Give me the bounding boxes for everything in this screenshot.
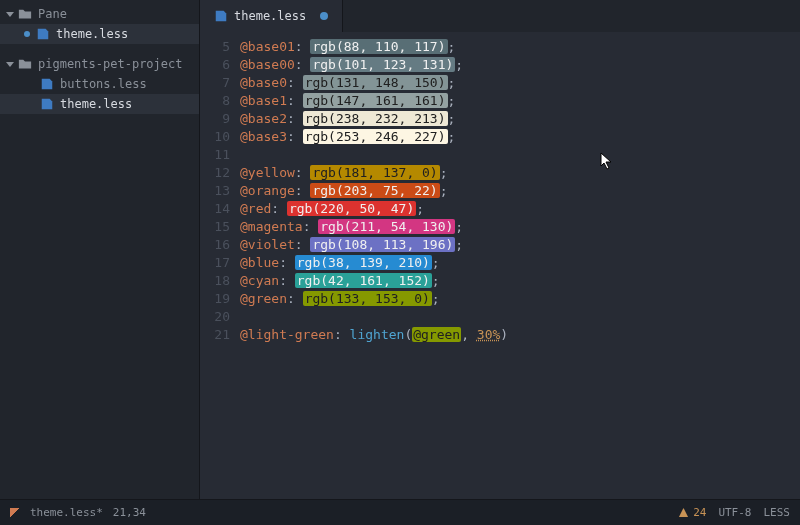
tree-view[interactable]: Pane theme.less pigments-pet-project but… [0,0,200,499]
code-line[interactable]: @cyan: rgb(42, 161, 152); [240,272,800,290]
line-number: 13 [200,182,230,200]
code-line[interactable]: @red: rgb(220, 50, 47); [240,200,800,218]
code-line[interactable]: @base0: rgb(131, 148, 150); [240,74,800,92]
code-line[interactable]: @base01: rgb(88, 110, 117); [240,38,800,56]
less-file-icon [40,97,54,111]
status-encoding[interactable]: UTF-8 [718,506,751,519]
tree-root-pane[interactable]: Pane [0,4,199,24]
chevron-down-icon [6,10,14,18]
code-line[interactable]: @base1: rgb(147, 161, 161); [240,92,800,110]
code-line[interactable]: @yellow: rgb(181, 137, 0); [240,164,800,182]
line-number: 11 [200,146,230,164]
tree-item-label: theme.less [60,97,132,111]
line-number: 7 [200,74,230,92]
status-grammar[interactable]: LESS [764,506,791,519]
line-number: 17 [200,254,230,272]
code-line[interactable]: @blue: rgb(38, 139, 210); [240,254,800,272]
less-file-icon [214,9,228,23]
tab-label: theme.less [234,9,306,23]
line-numbers-gutter: 56789101112131415161718192021 [200,38,240,499]
status-filename[interactable]: theme.less* [30,506,103,519]
line-number: 18 [200,272,230,290]
status-warnings[interactable]: 24 [678,506,706,519]
code-line[interactable]: @base3: rgb(253, 246, 227); [240,128,800,146]
code-line[interactable]: @orange: rgb(203, 75, 22); [240,182,800,200]
tree-root-label: Pane [38,7,67,21]
code-line[interactable] [240,146,800,164]
tree-item-theme-less[interactable]: theme.less [0,94,199,114]
modified-file-icon [10,508,20,518]
tree-item-buttons-less[interactable]: buttons.less [0,74,199,94]
line-number: 5 [200,38,230,56]
chevron-down-icon [6,60,14,68]
less-file-icon [36,27,50,41]
status-bar: theme.less* 21,34 24 UTF-8 LESS [0,499,800,525]
editor-area: theme.less 56789101112131415161718192021… [200,0,800,499]
line-number: 21 [200,326,230,344]
folder-icon [18,7,32,21]
line-number: 19 [200,290,230,308]
tree-item-label: pigments-pet-project [38,57,183,71]
code-line[interactable]: @green: rgb(133, 153, 0); [240,290,800,308]
line-number: 10 [200,128,230,146]
tree-project-root[interactable]: pigments-pet-project [0,54,199,74]
line-number: 15 [200,218,230,236]
code-line[interactable] [240,308,800,326]
line-number: 20 [200,308,230,326]
less-file-icon [40,77,54,91]
code-line[interactable]: @base2: rgb(238, 232, 213); [240,110,800,128]
line-number: 6 [200,56,230,74]
tab-theme-less[interactable]: theme.less [200,0,343,32]
text-editor[interactable]: 56789101112131415161718192021 @base01: r… [200,32,800,499]
line-number: 16 [200,236,230,254]
code-line[interactable]: @violet: rgb(108, 113, 196); [240,236,800,254]
status-warning-count: 24 [693,506,706,519]
line-number: 8 [200,92,230,110]
line-number: 9 [200,110,230,128]
tab-bar: theme.less [200,0,800,32]
code-line[interactable]: @base00: rgb(101, 123, 131); [240,56,800,74]
modified-dot-icon [320,12,328,20]
line-number: 14 [200,200,230,218]
code-line[interactable]: @magenta: rgb(211, 54, 130); [240,218,800,236]
line-number: 12 [200,164,230,182]
code-content[interactable]: @base01: rgb(88, 110, 117);@base00: rgb(… [240,38,800,499]
tree-item-label: buttons.less [60,77,147,91]
code-line[interactable]: @light-green: lighten(@green, 30%) [240,326,800,344]
folder-icon [18,57,32,71]
status-cursor-position[interactable]: 21,34 [113,506,146,519]
tree-item-theme-less-open[interactable]: theme.less [0,24,199,44]
tree-item-label: theme.less [56,27,128,41]
